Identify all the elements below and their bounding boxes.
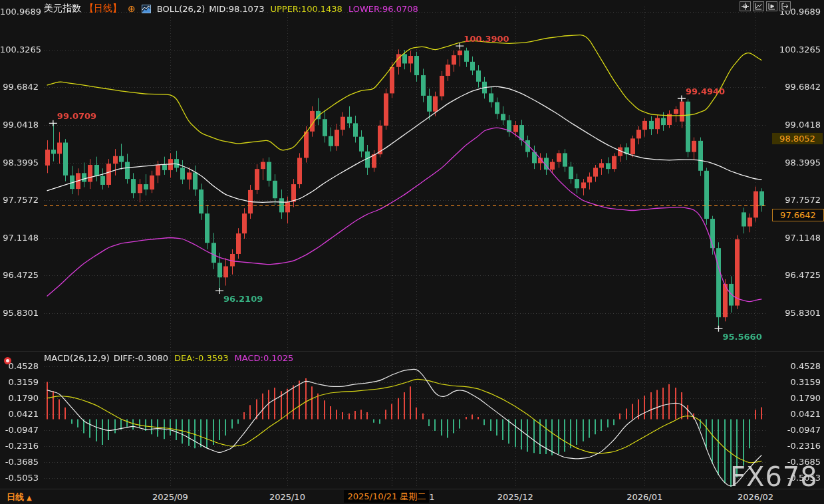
macd-axis-label: -0.3685 [0, 457, 39, 467]
price-axis-label: 98.3995 [0, 158, 39, 168]
price-annotation: 100.3900 [464, 34, 509, 44]
price-axis-label: 97.1148 [770, 233, 821, 243]
chevron-up-icon: ▲ [27, 494, 32, 501]
time-tick-label: 2025/09 [140, 492, 200, 502]
chart-toolbar [740, 1, 791, 11]
boll-lower-value: LOWER:96.0708 [348, 4, 418, 14]
price-annotation: 99.0709 [57, 111, 96, 121]
price-axis-label: 96.4725 [770, 270, 821, 280]
macd-axis-label: 0.0421 [770, 409, 821, 419]
macd-axis-label: 0.4528 [770, 361, 821, 371]
chart-canvas[interactable] [0, 0, 824, 504]
price-axis-label: 97.7572 [0, 195, 39, 205]
price-axis-label: 97.1148 [0, 233, 39, 243]
macd-axis-label: 0.1790 [0, 393, 39, 403]
price-axis-label: 96.4725 [0, 270, 39, 280]
macd-diff-value: DIFF:-0.3080 [114, 353, 168, 363]
pan-crosshair-icon[interactable] [740, 1, 751, 11]
exit-panel-icon[interactable] [779, 1, 791, 11]
last-price-badge: 97.6642 [772, 209, 824, 221]
price-annotation: 95.5660 [722, 332, 761, 342]
time-tick-label: 2025/12 [485, 492, 545, 502]
boll-upper-value: UPPER:100.1438 [270, 4, 342, 14]
record-icon[interactable] [4, 357, 11, 364]
macd-axis-label: 0.3159 [0, 377, 39, 387]
macd-name-label: MACD(26,12,9) [44, 353, 110, 363]
price-axis-label: 99.0418 [770, 120, 821, 130]
crosshair-date-label: 2025/10/21 星期二 [344, 490, 429, 503]
macd-dea-value: DEA:-0.3593 [174, 353, 228, 363]
macd-axis-label: 0.1790 [770, 393, 821, 403]
period-selector-label: 日线 [7, 492, 24, 502]
boll-mid-value: MID:98.1073 [209, 4, 264, 14]
main-indicator-bar: 美元指数 【日线】 ⊕ BOLL(26,2) MID:98.1073 UPPER… [44, 3, 418, 15]
macd-indicator-bar: MACD(26,12,9) DIFF:-0.3080 DEA:-0.3593 M… [44, 353, 293, 363]
time-tick-label: 2026/01 [615, 492, 674, 502]
macd-hist-value: MACD:0.1025 [235, 353, 294, 363]
macd-axis-label: -0.5053 [0, 473, 39, 483]
marker-price-badge: 98.8052 [772, 133, 823, 144]
price-axis-label: 98.3995 [770, 158, 821, 168]
trend-play-icon[interactable] [766, 1, 777, 11]
time-tick-label: 2025/10 [257, 492, 317, 502]
macd-axis-label: -0.2316 [770, 441, 821, 451]
watermark-logo: FX678 [730, 461, 818, 492]
price-axis-label: 100.3265 [770, 45, 821, 55]
time-axis-bar: 日线▲ 2025/10/21 星期二 2025/092025/102025/11… [0, 489, 824, 504]
price-axis-label: 97.7572 [770, 195, 821, 205]
macd-axis-label: -0.0947 [770, 425, 821, 435]
price-axis-label: 99.6842 [0, 82, 39, 92]
price-axis-label: 100.3265 [0, 45, 39, 55]
price-axis-label: 95.8301 [770, 308, 821, 318]
axis-scale-icon[interactable] [753, 1, 764, 11]
symbol-title: 美元指数 [44, 3, 81, 15]
macd-axis-label: -0.0947 [0, 425, 39, 435]
period-selector[interactable]: 日线▲ [7, 491, 32, 503]
price-annotation: 99.4940 [686, 86, 725, 96]
mini-chart-icon[interactable] [142, 5, 151, 13]
macd-axis-label: 0.0421 [0, 409, 39, 419]
price-axis-label: 95.8301 [0, 308, 39, 318]
time-tick-label: 2026/02 [726, 492, 785, 502]
chart-app: 美元指数 【日线】 ⊕ BOLL(26,2) MID:98.1073 UPPER… [0, 0, 824, 504]
price-axis-label: 100.9689 [0, 7, 39, 17]
macd-axis-label: -0.2316 [0, 441, 39, 451]
boll-label: BOLL(26,2) [157, 4, 206, 14]
price-axis-label: 99.0418 [0, 120, 39, 130]
macd-axis-label: 0.3159 [770, 377, 821, 387]
period-tag: 【日线】 [84, 3, 122, 15]
add-indicator-icon[interactable]: ⊕ [128, 4, 136, 13]
price-annotation: 96.2109 [223, 294, 263, 304]
price-axis-label: 99.6842 [770, 82, 821, 92]
